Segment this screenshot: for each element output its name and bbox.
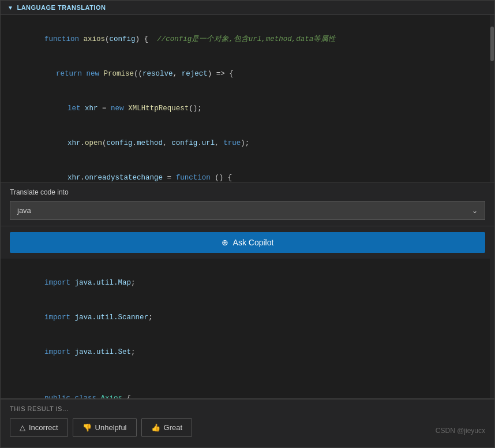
output-code-block: import java.util.Map; import java.util.S… — [1, 259, 494, 399]
copilot-icon: ⊕ — [222, 238, 228, 247]
incorrect-icon: △ — [20, 423, 25, 432]
selected-language: java — [17, 206, 31, 215]
incorrect-button[interactable]: △ Incorrect — [10, 418, 68, 437]
incorrect-label: Incorrect — [29, 423, 58, 432]
output-code-area: import java.util.Map; import java.util.S… — [10, 266, 485, 399]
result-buttons: △ Incorrect 👎 Unhelpful 👍 Great — [10, 418, 192, 443]
great-label: Great — [164, 423, 183, 432]
scrollbar-thumb[interactable] — [490, 27, 494, 61]
translate-section: Translate code into java ⌄ — [1, 182, 494, 226]
code-line: public class Axios { — [10, 381, 485, 399]
csdn-credit: CSDN @jieyucx — [436, 427, 485, 435]
translate-label: Translate code into — [10, 188, 485, 196]
result-label: THIS RESULT IS... — [10, 405, 485, 412]
unhelpful-label: Unhelpful — [95, 423, 127, 432]
code-line: xhr.onreadystatechange = function () { — [10, 160, 485, 182]
unhelpful-button[interactable]: 👎 Unhelpful — [73, 418, 137, 437]
copilot-section: ⊕ Ask Copilot — [1, 226, 494, 259]
unhelpful-icon: 👎 — [82, 423, 92, 432]
header-chevron-icon: ▼ — [7, 5, 13, 11]
ask-copilot-button[interactable]: ⊕ Ask Copilot — [10, 232, 485, 253]
header-label: LANGUAGE TRANSLATION — [17, 4, 106, 11]
code-line: import java.util.Scanner; — [10, 300, 485, 335]
source-code-block: function axios(config) { //config是一个对象,包… — [1, 15, 494, 182]
lang-translation-header: ▼ LANGUAGE TRANSLATION — [1, 1, 494, 15]
code-line: function axios(config) { //config是一个对象,包… — [10, 22, 485, 57]
code-line: import java.util.Map; — [10, 266, 485, 300]
great-icon: 👍 — [151, 423, 160, 432]
result-section: THIS RESULT IS... △ Incorrect 👎 Unhelpfu… — [1, 399, 494, 447]
great-button[interactable]: 👍 Great — [141, 418, 193, 437]
code-line: xhr.open(config.method, config.url, true… — [10, 126, 485, 160]
code-line — [10, 369, 485, 381]
code-line: import java.util.Set; — [10, 335, 485, 369]
language-dropdown[interactable]: java ⌄ — [10, 201, 485, 220]
main-container: ▼ LANGUAGE TRANSLATION function axios(co… — [0, 0, 495, 448]
dropdown-arrow-icon: ⌄ — [472, 207, 478, 215]
code-line: return new Promise((resolve, reject) => … — [10, 57, 485, 91]
source-code-area: function axios(config) { //config是一个对象,包… — [10, 22, 485, 182]
copilot-label: Ask Copilot — [233, 238, 274, 247]
code-line: let xhr = new XMLHttpRequest(); — [10, 91, 485, 126]
